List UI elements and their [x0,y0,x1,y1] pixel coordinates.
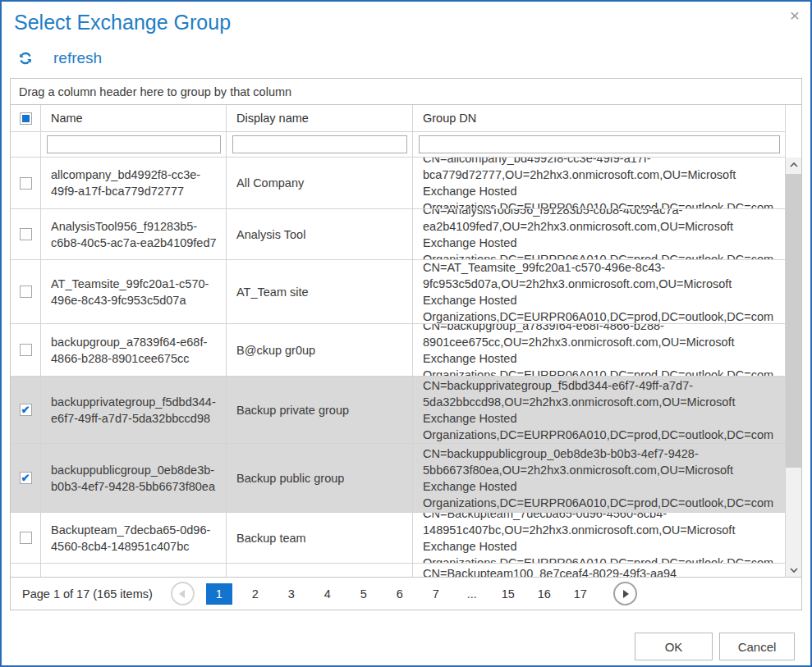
filter-display-name-cell [227,132,413,157]
scrollbar-thumb[interactable] [786,174,801,468]
row-checkbox[interactable] [20,532,32,544]
cell-name: AT_Teamsite_99fc20a1-c570-496e-8c43-9fc9… [41,260,227,323]
row-checkbox[interactable] [20,286,32,298]
cancel-button[interactable]: Cancel [719,633,795,660]
row-checkbox[interactable] [20,404,32,416]
page-number-4[interactable]: 4 [314,583,341,605]
grid-rows-area: allcompany_bd4992f8-cc3e-49f9-a17f-bca77… [11,158,801,577]
cell-group-dn: CN=backuppublicgroup_0eb8de3b-b0b3-4ef7-… [413,444,786,512]
table-row[interactable]: backupprivategroup_f5dbd344-e6f7-49ff-a7… [11,377,786,444]
page-number-2[interactable]: 2 [242,583,268,605]
grid-rows: allcompany_bd4992f8-cc3e-49f9-a17f-bca77… [11,158,801,564]
next-page-icon [623,590,629,598]
row-checkbox[interactable] [20,472,32,484]
vertical-scrollbar[interactable] [786,158,801,577]
group-by-panel[interactable]: Drag a column header here to group by th… [11,79,801,105]
cell-name: AnalysisTool956_f91283b5-c6b8-40c5-ac7a-… [41,209,227,259]
refresh-icon [18,51,33,66]
page-number-5[interactable]: 5 [351,583,377,605]
cell-display-name: B@ckup gr0up [227,324,413,376]
filter-checkbox-cell [11,132,41,157]
cell-group-dn: CN=AT_Teamsite_99fc20a1-c570-496e-8c43-9… [413,260,786,323]
select-all-cell [11,105,41,131]
filter-name-input[interactable] [47,135,221,153]
row-checkbox[interactable] [20,228,32,240]
select-all-checkbox[interactable] [20,112,32,125]
table-row[interactable]: backupgroup_a7839f64-e68f-4866-b288-8901… [11,324,786,377]
cell-name: backupgroup_a7839f64-e68f-4866-b288-8901… [41,324,227,376]
previous-page-button[interactable] [171,582,195,605]
table-row[interactable]: AT_Teamsite_99fc20a1-c570-496e-8c43-9fc9… [11,260,786,324]
cell-group-dn: CN=AnalysisTool956_f91283b5-c6b8-40c5-ac… [413,209,786,259]
next-page-button[interactable] [613,582,637,605]
cell-display-name: Backup team [227,513,413,563]
page-number-17[interactable]: 17 [567,583,594,605]
page-ellipsis: ... [459,583,485,605]
cell-group-dn: CN=backupgroup_a7839f64-e68f-4866-b288-8… [413,324,786,376]
select-exchange-group-dialog: Select Exchange Group × refresh Drag a c… [0,0,812,667]
row-checkbox-cell [11,209,41,259]
column-header-name[interactable]: Name [41,105,227,131]
page-numbers: 1234567...151617 [206,583,603,605]
row-checkbox-cell [11,513,41,563]
cell-group-dn: CN=Backupteam100_8e7ceaf4-8029-49f3-aa94 [413,564,786,577]
scrollbar-track[interactable] [786,171,801,563]
cell-name [41,564,227,577]
table-row[interactable]: AnalysisTool956_f91283b5-c6b8-40c5-ac7a-… [11,209,786,260]
scroll-up-icon[interactable] [786,158,801,171]
ok-button[interactable]: OK [635,633,713,660]
table-row[interactable]: backuppublicgroup_0eb8de3b-b0b3-4ef7-942… [11,444,786,513]
page-number-16[interactable]: 16 [531,583,557,605]
cell-name: Backupteam_7decba65-0d96-4560-8cb4-14895… [41,513,227,563]
exchange-groups-grid: Drag a column header here to group by th… [10,78,802,610]
grid-filter-row [11,132,786,158]
row-checkbox[interactable] [20,177,32,190]
dialog-footer: OK Cancel [635,633,795,660]
page-number-7[interactable]: 7 [423,583,449,605]
pager-summary: Page 1 of 17 (165 items) [22,587,153,601]
table-row[interactable]: allcompany_bd4992f8-cc3e-49f9-a17f-bca77… [11,158,786,209]
scroll-down-icon[interactable] [786,563,801,577]
filter-name-cell [41,132,227,157]
cell-display-name: Backup private group [227,377,413,443]
row-checkbox-cell [11,260,41,323]
cell-display-name [227,564,413,577]
row-checkbox-cell [11,324,41,376]
close-icon[interactable]: × [790,7,800,24]
table-row[interactable]: Backupteam_7decba65-0d96-4560-8cb4-14895… [11,513,786,564]
row-checkbox-cell [11,377,41,443]
previous-page-icon [179,590,185,598]
page-number-15[interactable]: 15 [495,583,521,605]
cell-name: backuppublicgroup_0eb8de3b-b0b3-4ef7-942… [41,444,227,512]
cell-display-name: Backup public group [227,444,413,512]
cell-group-dn: CN=backupprivategroup_f5dbd344-e6f7-49ff… [413,377,786,443]
pager: Page 1 of 17 (165 items) 1234567...15161… [11,577,801,610]
filter-group-dn-input[interactable] [419,135,780,153]
row-checkbox-cell [11,158,41,208]
grid-header-row: Name Display name Group DN [11,105,786,132]
cell-display-name: All Company [227,158,413,208]
cell-name: allcompany_bd4992f8-cc3e-49f9-a17f-bca77… [41,158,227,208]
refresh-button[interactable]: refresh [18,49,102,67]
row-checkbox-cell [11,444,41,512]
row-checkbox-cell [11,564,41,577]
column-header-display-name[interactable]: Display name [227,105,413,131]
column-header-group-dn[interactable]: Group DN [413,105,786,131]
cell-group-dn: CN=Backupteam_7decba65-0d96-4560-8cb4-14… [413,513,786,563]
cell-display-name: AT_Team site [227,260,413,323]
table-row-partial[interactable]: CN=Backupteam100_8e7ceaf4-8029-49f3-aa94 [11,564,786,577]
filter-display-name-input[interactable] [232,135,407,153]
page-title: Select Exchange Group [14,8,810,36]
cell-group-dn: CN=allcompany_bd4992f8-cc3e-49f9-a17f-bc… [413,158,786,208]
cell-display-name: Analysis Tool [227,209,413,259]
cell-name: backupprivategroup_f5dbd344-e6f7-49ff-a7… [41,377,227,443]
page-number-1[interactable]: 1 [206,583,232,605]
page-number-3[interactable]: 3 [278,583,305,605]
filter-group-dn-cell [413,132,786,157]
refresh-label: refresh [53,49,102,67]
row-checkbox[interactable] [20,344,32,356]
page-number-6[interactable]: 6 [387,583,413,605]
